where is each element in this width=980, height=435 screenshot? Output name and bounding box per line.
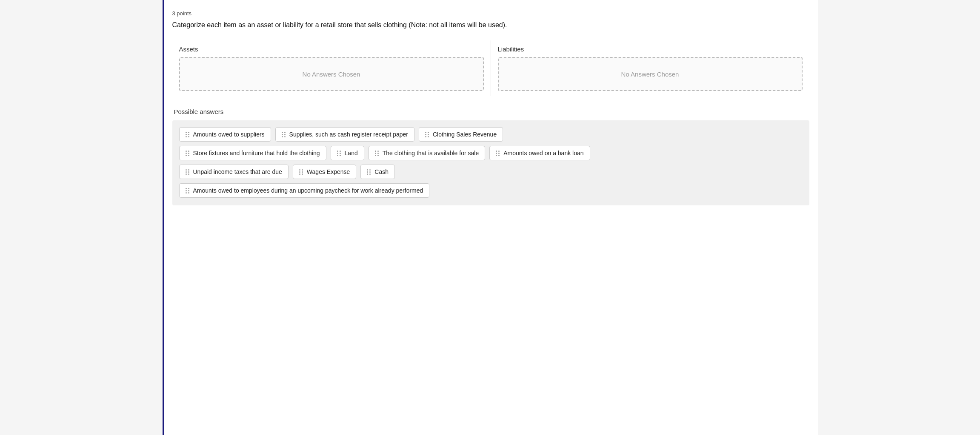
drag-icon-5: [337, 151, 341, 156]
drag-icon-8: [186, 169, 190, 175]
answers-row-1: Amounts owed to suppliers Supplies, such…: [179, 127, 803, 142]
liabilities-title: Liabilities: [498, 45, 803, 53]
answer-text-cash: Cash: [374, 168, 389, 175]
drag-icon-11: [186, 188, 190, 193]
answer-text-wages-expense: Wages Expense: [307, 168, 350, 175]
drag-icon-1: [186, 132, 190, 137]
assets-section: Assets No Answers Chosen: [172, 40, 491, 96]
drag-icon-10: [367, 169, 371, 175]
drag-icon-9: [299, 169, 303, 175]
answer-chip-store-fixtures[interactable]: Store fixtures and furniture that hold t…: [179, 146, 326, 160]
answer-text-amounts-owed-suppliers: Amounts owed to suppliers: [193, 131, 265, 138]
drag-icon-4: [186, 151, 190, 156]
drag-icon-3: [425, 132, 429, 137]
answers-row-4: Amounts owed to employees during an upco…: [179, 183, 803, 198]
page-container: 3 points Categorize each item as an asse…: [163, 0, 818, 435]
answers-row-3: Unpaid income taxes that are due Wages E…: [179, 165, 803, 179]
answer-text-supplies-cash-register: Supplies, such as cash register receipt …: [289, 131, 408, 138]
drag-icon-7: [496, 151, 500, 156]
answer-text-unpaid-income-taxes: Unpaid income taxes that are due: [193, 168, 282, 175]
answer-text-store-fixtures: Store fixtures and furniture that hold t…: [193, 150, 320, 156]
answer-chip-wages-expense[interactable]: Wages Expense: [293, 165, 356, 179]
answer-text-amounts-owed-employees: Amounts owed to employees during an upco…: [193, 187, 423, 194]
question-text: Categorize each item as an asset or liab…: [172, 20, 809, 30]
answers-container: Amounts owed to suppliers Supplies, such…: [172, 120, 809, 205]
answer-chip-supplies-cash-register[interactable]: Supplies, such as cash register receipt …: [275, 127, 414, 142]
answer-chip-amounts-owed-bank-loan[interactable]: Amounts owed on a bank loan: [489, 146, 590, 160]
points-label: 3 points: [172, 10, 809, 17]
answer-text-amounts-owed-bank-loan: Amounts owed on a bank loan: [503, 150, 583, 156]
assets-empty-text: No Answers Chosen: [303, 71, 360, 78]
answer-chip-clothing-sales-revenue[interactable]: Clothing Sales Revenue: [419, 127, 503, 142]
answer-chip-land[interactable]: Land: [331, 146, 364, 160]
answer-chip-amounts-owed-suppliers[interactable]: Amounts owed to suppliers: [179, 127, 271, 142]
drop-zones: Assets No Answers Chosen Liabilities No …: [172, 40, 809, 96]
answer-text-clothing-available-sale: The clothing that is available for sale: [383, 150, 479, 156]
answer-chip-clothing-available-sale[interactable]: The clothing that is available for sale: [369, 146, 485, 160]
answer-chip-amounts-owed-employees[interactable]: Amounts owed to employees during an upco…: [179, 183, 430, 198]
liabilities-empty-text: No Answers Chosen: [621, 71, 679, 78]
answer-text-clothing-sales-revenue: Clothing Sales Revenue: [433, 131, 497, 138]
liabilities-drop-zone[interactable]: No Answers Chosen: [498, 57, 803, 91]
answer-chip-unpaid-income-taxes[interactable]: Unpaid income taxes that are due: [179, 165, 289, 179]
liabilities-section: Liabilities No Answers Chosen: [491, 40, 809, 96]
answer-chip-cash[interactable]: Cash: [360, 165, 395, 179]
assets-drop-zone[interactable]: No Answers Chosen: [179, 57, 484, 91]
drag-icon-6: [375, 151, 379, 156]
answer-text-land: Land: [345, 150, 358, 156]
assets-title: Assets: [179, 45, 484, 53]
drag-icon-2: [282, 132, 286, 137]
answers-row-2: Store fixtures and furniture that hold t…: [179, 146, 803, 160]
possible-answers-label: Possible answers: [172, 108, 809, 115]
